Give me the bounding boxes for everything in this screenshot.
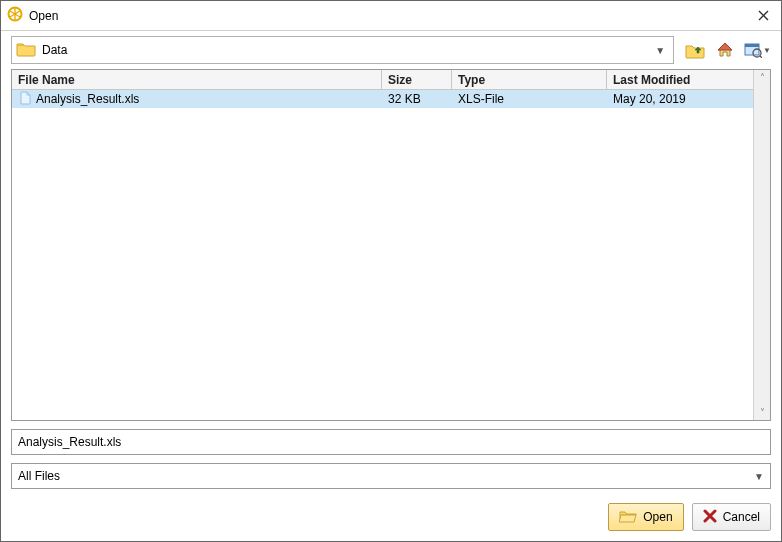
title-bar: Open [1,1,781,31]
file-type: XLS-File [452,92,607,106]
folder-open-icon [619,509,637,526]
toolbar: Data ▼ ▼ [1,31,781,69]
filename-input[interactable] [18,435,764,449]
file-name: Analysis_Result.xls [36,92,139,106]
location-text: Data [42,43,67,57]
svg-rect-2 [745,44,759,47]
up-folder-button[interactable] [684,39,706,61]
scroll-up-icon[interactable]: ˄ [760,72,765,83]
filter-text: All Files [18,469,754,483]
cancel-label: Cancel [723,510,760,524]
col-size[interactable]: Size [382,70,452,89]
column-headers: File Name Size Type Last Modified [12,70,753,90]
button-row: Open Cancel [1,497,781,541]
open-label: Open [643,510,672,524]
folder-icon [16,41,36,60]
chevron-down-icon: ▼ [763,46,771,55]
table-row[interactable]: Analysis_Result.xls32 KBXLS-FileMay 20, … [12,90,753,108]
col-modified[interactable]: Last Modified [607,70,753,89]
filter-combo[interactable]: All Files ▼ [11,463,771,489]
home-button[interactable] [714,39,736,61]
svg-line-4 [760,56,762,58]
scrollbar[interactable]: ˄ ˅ [753,70,770,420]
file-list: File Name Size Type Last Modified Analys… [11,69,771,421]
file-modified: May 20, 2019 [607,92,753,106]
chevron-down-icon[interactable]: ▼ [754,471,764,482]
cancel-icon [703,509,717,526]
scroll-down-icon[interactable]: ˅ [760,407,765,418]
cancel-button[interactable]: Cancel [692,503,771,531]
app-icon [7,6,23,25]
file-size: 32 KB [382,92,452,106]
col-type[interactable]: Type [452,70,607,89]
location-combo[interactable]: Data ▼ [11,36,674,64]
chevron-down-icon[interactable]: ▼ [655,45,669,56]
open-button[interactable]: Open [608,503,683,531]
view-menu-button[interactable]: ▼ [744,42,771,58]
file-icon [18,91,32,108]
close-button[interactable] [753,6,773,26]
col-filename[interactable]: File Name [12,70,382,89]
dialog-title: Open [29,9,58,23]
filename-field[interactable] [11,429,771,455]
file-rows: Analysis_Result.xls32 KBXLS-FileMay 20, … [12,90,753,420]
open-dialog: Open Data ▼ ▼ [0,0,782,542]
